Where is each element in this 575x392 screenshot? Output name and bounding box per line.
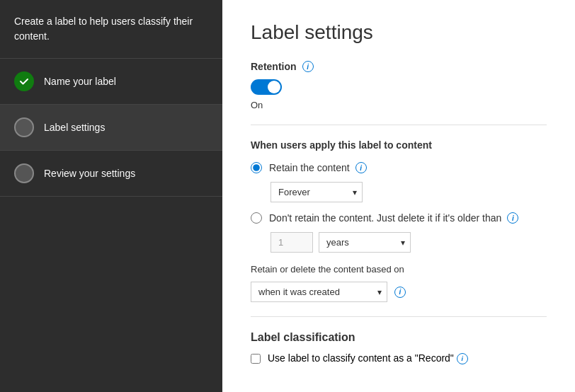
dont-retain-label: Don't retain the content. Just delete it… (269, 212, 518, 224)
years-dropdown[interactable]: days months years (319, 232, 411, 253)
retain-delete-info-icon[interactable]: i (394, 287, 406, 298)
forever-dropdown-wrapper: Forever 1 year 2 years 5 years 10 years (271, 182, 363, 202)
retention-section: Retention i On (251, 61, 547, 110)
sidebar-item-label-name: Name your label (44, 76, 116, 87)
sidebar: Create a label to help users classify th… (0, 0, 222, 392)
retention-info-icon[interactable]: i (302, 61, 314, 72)
years-number-input[interactable] (271, 232, 313, 253)
dont-retain-radio[interactable] (251, 212, 262, 224)
retain-content-text: Retain the content (269, 162, 350, 173)
sidebar-item-name-your-label[interactable]: Name your label (0, 59, 222, 105)
page-title: Label settings (251, 21, 547, 44)
use-label-checkbox[interactable] (251, 354, 261, 364)
retain-content-radio[interactable] (251, 162, 262, 173)
sidebar-item-label-review: Review your settings (44, 168, 135, 179)
sidebar-item-label-settings[interactable]: Label settings (0, 105, 222, 151)
when-users-label: When users apply this label to content (251, 139, 547, 151)
sidebar-item-review[interactable]: Review your settings (0, 151, 222, 197)
label-classification-title: Label classification (251, 331, 547, 344)
pending-icon-settings (14, 117, 34, 137)
dont-retain-text: Don't retain the content. Just delete it… (269, 212, 501, 224)
sidebar-header: Create a label to help users classify th… (0, 0, 222, 59)
retain-content-option: Retain the content i (251, 162, 547, 173)
retention-label: Retention i (251, 61, 547, 72)
pending-icon-review (14, 163, 34, 183)
retention-text: Retention (251, 61, 297, 72)
years-dropdown-wrapper: days months years (319, 232, 411, 253)
use-label-row: Use label to classify content as a "Reco… (251, 352, 547, 364)
toggle-container: On (251, 79, 547, 110)
retain-content-label: Retain the content i (269, 162, 367, 173)
when-created-dropdown-wrapper: when it was created when it was last mod… (251, 282, 387, 302)
divider (251, 125, 547, 125)
sidebar-header-text: Create a label to help users classify th… (14, 16, 193, 42)
retention-toggle[interactable] (251, 79, 282, 95)
forever-dropdown-row: Forever 1 year 2 years 5 years 10 years (271, 182, 547, 202)
sidebar-item-label-settings-text: Label settings (44, 122, 105, 133)
use-label-info-icon[interactable]: i (457, 353, 468, 364)
label-classification-section: Label classification Use label to classi… (251, 331, 547, 364)
main-content: Label settings Retention i On When users… (222, 0, 575, 392)
retain-delete-prefix: Retain or delete the content based on (251, 264, 404, 275)
toggle-label: On (251, 100, 547, 110)
completed-icon (14, 71, 34, 91)
retain-delete-row: Retain or delete the content based on wh… (251, 264, 547, 302)
dont-retain-option: Don't retain the content. Just delete it… (251, 212, 547, 224)
when-created-dropdown[interactable]: when it was created when it was last mod… (251, 282, 387, 302)
divider-2 (251, 316, 547, 317)
number-years-row: days months years (271, 232, 547, 253)
use-label-label: Use label to classify content as a "Reco… (268, 352, 454, 364)
use-label-text: Use label to classify content as a "Reco… (268, 352, 468, 364)
retain-content-info-icon[interactable]: i (355, 162, 367, 173)
forever-dropdown[interactable]: Forever 1 year 2 years 5 years 10 years (271, 182, 363, 202)
dont-retain-info-icon[interactable]: i (507, 212, 518, 224)
